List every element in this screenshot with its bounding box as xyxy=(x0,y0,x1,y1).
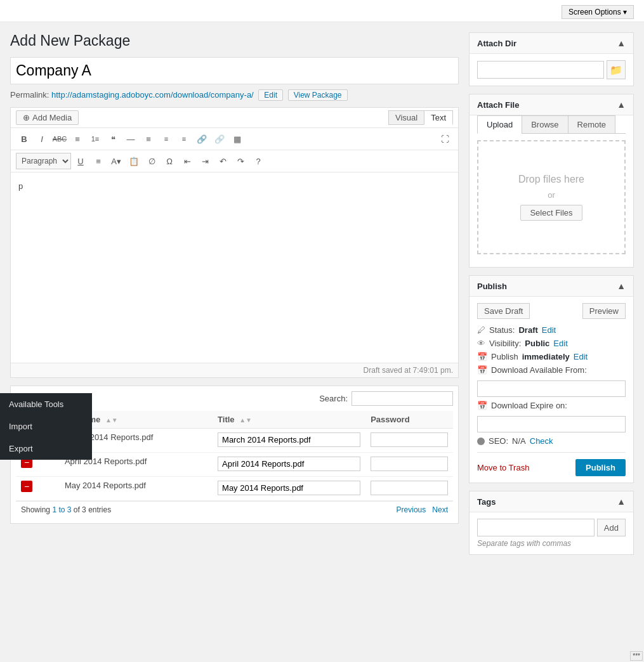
attach-file-header: Attach File ▲ xyxy=(470,94,633,115)
file-title-cell-0: *** xyxy=(213,429,365,453)
context-menu-available-tools[interactable]: Available Tools xyxy=(0,393,92,415)
tags-add-btn[interactable]: Add xyxy=(597,519,626,536)
tags-hint: Separate tags with commas xyxy=(477,539,626,548)
add-media-icon: ⊕ xyxy=(23,113,30,122)
browse-folder-btn[interactable]: 📁 xyxy=(607,60,626,79)
visual-text-tabs: Visual Text xyxy=(388,110,453,125)
publish-toggle[interactable]: ▲ xyxy=(617,281,626,291)
align-right-btn[interactable]: ≡ xyxy=(176,131,192,147)
context-menu: Available Tools Import Export xyxy=(0,393,92,460)
attach-dir-toggle[interactable]: ▲ xyxy=(617,38,626,48)
file-title-cell-1: *** xyxy=(213,453,365,477)
edit-permalink-btn[interactable]: Edit xyxy=(258,89,283,101)
undo-btn[interactable]: ↶ xyxy=(214,153,231,169)
file-password-input-1[interactable] xyxy=(371,457,448,471)
align-left-btn[interactable]: ≡ xyxy=(140,131,157,147)
status-edit-link[interactable]: Edit xyxy=(542,325,556,335)
file-password-cell-1 xyxy=(365,453,453,477)
filename-sort-icon: ▲▼ xyxy=(105,417,118,424)
context-menu-import[interactable]: Import xyxy=(0,415,92,438)
insert-btn[interactable]: ▦ xyxy=(229,131,246,147)
link-btn[interactable]: 🔗 xyxy=(194,131,210,147)
format-select[interactable]: Paragraph Heading 1 Heading 2 Heading 3 xyxy=(16,153,71,169)
redo-btn[interactable]: ↷ xyxy=(232,153,249,169)
screen-options-btn[interactable]: Screen Options ▾ xyxy=(562,5,634,19)
tab-browse[interactable]: Browse xyxy=(522,115,567,134)
title-sort-icon: ▲▼ xyxy=(239,417,252,424)
align-center-btn[interactable]: ≡ xyxy=(158,131,174,147)
paste-text-btn[interactable]: 📋 xyxy=(126,153,142,169)
attach-dir-input[interactable] xyxy=(477,61,604,79)
publish-box: Publish ▲ Save Draft Preview 🖊 Status: D… xyxy=(469,275,634,483)
tab-upload[interactable]: Upload xyxy=(477,115,522,134)
post-title-input[interactable] xyxy=(16,60,453,82)
blockquote-btn[interactable]: ❝ xyxy=(105,131,121,147)
download-expire-icon: 📅 xyxy=(477,401,487,410)
next-page-btn[interactable]: Next xyxy=(432,505,448,514)
col-header-title[interactable]: Title ▲▼ xyxy=(213,411,365,429)
attach-dir-input-row: 📁 xyxy=(477,60,626,79)
editor-status-bar: Draft saved at 7:49:01 pm. xyxy=(11,363,458,377)
strikethrough-btn[interactable]: ABC xyxy=(51,131,68,147)
italic-btn[interactable]: I xyxy=(34,131,50,147)
files-range[interactable]: 1 to 3 xyxy=(52,505,71,514)
hr-btn[interactable]: — xyxy=(122,131,139,147)
tags-toggle[interactable]: ▲ xyxy=(617,496,626,507)
drop-zone[interactable]: Drop files here or Select Files xyxy=(477,140,626,254)
sidebar: Attach Dir ▲ 📁 Attach File ▲ Upload Brow… xyxy=(469,32,634,562)
ol-btn[interactable]: 1≡ xyxy=(87,131,103,147)
seo-check-link[interactable]: Check xyxy=(530,436,553,446)
file-title-input-1[interactable] xyxy=(218,457,360,471)
file-password-input-0[interactable] xyxy=(371,432,448,447)
clear-format-btn[interactable]: ∅ xyxy=(143,153,160,169)
files-search-input[interactable] xyxy=(352,391,453,406)
download-from-input[interactable] xyxy=(477,380,626,397)
tab-text[interactable]: Text xyxy=(424,110,453,125)
unlink-btn[interactable]: 🔗 xyxy=(211,131,228,147)
previous-page-btn[interactable]: Previous xyxy=(397,505,426,514)
editor-content[interactable]: p xyxy=(11,172,458,363)
file-title-input-0[interactable] xyxy=(218,432,360,447)
remove-file-btn-2[interactable]: − xyxy=(21,481,32,492)
attach-dir-header: Attach Dir ▲ xyxy=(470,33,633,54)
preview-btn[interactable]: Preview xyxy=(582,303,626,319)
publish-body: Save Draft Preview 🖊 Status: Draft Edit … xyxy=(470,297,633,483)
file-password-cell-0 xyxy=(365,429,453,453)
view-package-btn[interactable]: View Package xyxy=(288,89,348,101)
tags-input-row: Add xyxy=(477,519,626,536)
publish-time-row: 📅 Publish immediately Edit xyxy=(477,352,626,361)
fullscreen-btn[interactable]: ⛶ xyxy=(437,131,453,147)
save-draft-btn[interactable]: Save Draft xyxy=(477,303,530,319)
attach-file-toggle[interactable]: ▲ xyxy=(617,100,626,110)
select-files-btn[interactable]: Select Files xyxy=(520,205,582,221)
download-expire-input[interactable] xyxy=(477,416,626,432)
move-to-trash-btn[interactable]: Move to Trash xyxy=(477,463,529,472)
text-align-btn[interactable]: ≡ xyxy=(90,153,107,169)
publish-time-edit-link[interactable]: Edit xyxy=(574,352,588,361)
special-char-btn[interactable]: Ω xyxy=(161,153,178,169)
file-password-input-2[interactable] xyxy=(371,481,448,495)
seo-status-dot xyxy=(477,438,485,445)
attach-dir-box: Attach Dir ▲ 📁 xyxy=(469,32,634,86)
context-menu-export[interactable]: Export xyxy=(0,438,92,460)
indent-btn[interactable]: ⇥ xyxy=(197,153,213,169)
tags-input[interactable] xyxy=(477,519,595,536)
visibility-row: 👁 Visibility: Public Edit xyxy=(477,339,626,348)
add-media-btn[interactable]: ⊕ Add Media xyxy=(16,110,79,125)
tab-visual[interactable]: Visual xyxy=(388,110,424,125)
pagination: Previous Next xyxy=(397,505,448,514)
ul-btn[interactable]: ≡ xyxy=(69,131,86,147)
file-title-input-2[interactable] xyxy=(218,481,360,495)
file-title-cell-2: *** xyxy=(213,477,365,501)
help-btn[interactable]: ? xyxy=(250,153,266,169)
bold-btn[interactable]: B xyxy=(16,131,32,147)
draft-saved-text: Draft saved at 7:49:01 pm. xyxy=(364,366,453,375)
visibility-edit-link[interactable]: Edit xyxy=(553,339,567,348)
text-color-btn[interactable]: A▾ xyxy=(108,153,124,169)
underline-btn[interactable]: U xyxy=(72,153,89,169)
tags-header: Tags ▲ xyxy=(470,491,633,512)
publish-btn[interactable]: Publish xyxy=(575,459,626,476)
permalink-url[interactable]: http://adamstaging.adoboyc.com/download/… xyxy=(51,90,254,100)
outdent-btn[interactable]: ⇤ xyxy=(179,153,195,169)
tab-remote[interactable]: Remote xyxy=(568,115,616,134)
